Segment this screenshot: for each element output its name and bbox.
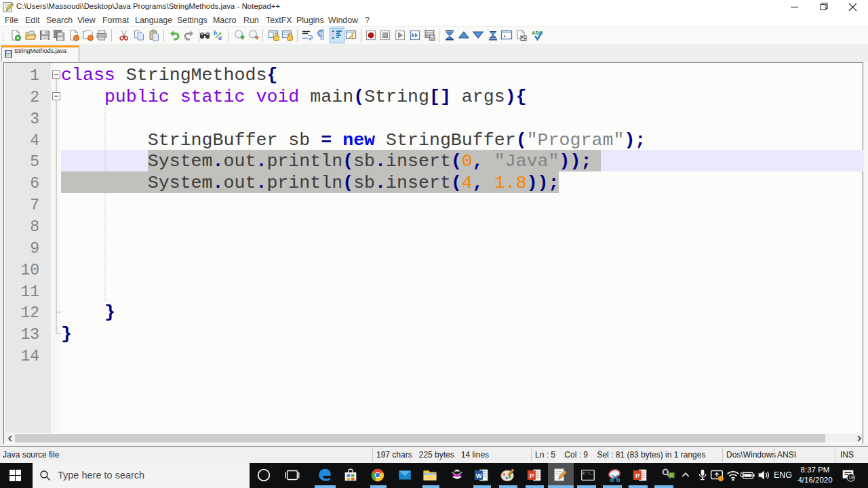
svg-text:P: P [635,472,640,479]
svg-text:19: 19 [848,475,854,480]
svg-text:P: P [530,472,534,479]
svg-text:C:\_: C:\_ [583,471,593,476]
svg-text:b: b [214,29,217,37]
svg-text:W: W [476,472,482,479]
